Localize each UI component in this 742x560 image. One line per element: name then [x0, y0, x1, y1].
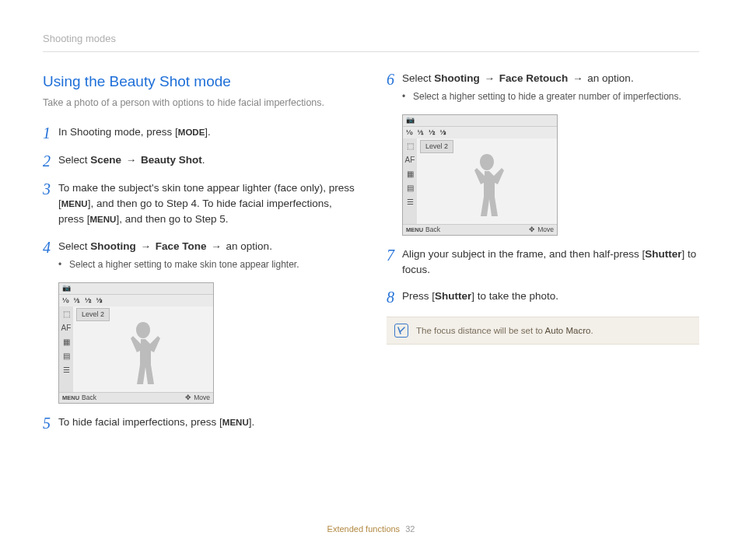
lcd-viewfinder: Level 2: [417, 138, 557, 224]
lcd-option-row: ¹⁄₀ ¹⁄₁ ¹⁄₂ ¹⁄₃: [59, 294, 213, 306]
note-bold: Auto Macro: [545, 326, 591, 335]
step-text: To hide facial imperfections, press [: [58, 416, 222, 428]
key-label: MENU: [90, 215, 117, 224]
step-text: Press [: [402, 290, 435, 302]
page-footer: Extended functions 32: [0, 523, 742, 536]
level-option-icon: ¹⁄₁: [418, 128, 425, 138]
move-label: Move: [194, 393, 210, 403]
arrow-icon: →: [569, 72, 586, 84]
step-text: ], and then go to Step 5.: [116, 213, 228, 225]
step-number: 7: [387, 247, 402, 278]
section-title: Using the Beauty Shot mode: [43, 71, 355, 93]
step-text: ] to take the photo.: [471, 290, 558, 302]
level-indicator: Level 2: [420, 140, 453, 154]
step-number: 4: [43, 239, 58, 271]
step-number: 2: [43, 152, 58, 170]
bullet-text: Select a higher setting to make skin ton…: [69, 257, 299, 271]
level-option-icon: ¹⁄₁: [74, 296, 81, 306]
bullet-icon: •: [402, 89, 413, 103]
note-icon: [394, 324, 408, 338]
footer-section: Extended functions: [327, 524, 401, 534]
move-label: Move: [537, 225, 554, 235]
move-icon: ✥: [185, 393, 191, 403]
step-6: 6 Select Shooting → Face Retouch → an op…: [387, 71, 699, 103]
step-4: 4 Select Shooting → Face Tone → an optio…: [43, 239, 355, 271]
lcd-viewfinder: Level 2: [73, 306, 213, 392]
menu-path: Shooting: [90, 240, 135, 252]
af-icon: AF: [61, 323, 72, 334]
section-desc: Take a photo of a person with options to…: [43, 96, 355, 110]
arrow-icon: →: [208, 240, 225, 252]
arrow-icon: →: [481, 72, 498, 84]
step-text: Select: [58, 240, 90, 252]
back-label: Back: [82, 393, 96, 403]
level-option-icon: ¹⁄₀: [62, 296, 69, 306]
setting-icon: ☰: [404, 197, 415, 208]
bullet-text: Select a higher setting to hide a greate…: [413, 89, 681, 103]
person-silhouette-icon: [464, 152, 510, 224]
note-text: The focus distance will be set to: [416, 326, 545, 335]
step-7: 7 Align your subject in the frame, and t…: [387, 247, 699, 278]
key-label: MENU: [222, 418, 249, 427]
face-detect-icon: ⬚: [404, 141, 415, 152]
step-text: ].: [249, 416, 255, 428]
lcd-titlebar: 📷: [59, 283, 213, 294]
key-label: Shutter: [645, 248, 681, 260]
step-text: an option.: [226, 240, 272, 252]
menu-path: Face Tone: [156, 240, 207, 252]
right-column: 6 Select Shooting → Face Retouch → an op…: [387, 71, 699, 443]
lcd-sidebar: ⬚ AF ▦ ▤ ☰: [403, 138, 417, 224]
step-number: 6: [387, 71, 402, 103]
level-option-icon: ¹⁄₂: [85, 296, 92, 306]
face-detect-icon: ⬚: [61, 309, 72, 320]
level-option-icon: ¹⁄₂: [429, 128, 436, 138]
back-label: Back: [425, 225, 440, 235]
grid-icon: ▤: [404, 183, 415, 194]
meter-icon: ▦: [61, 337, 72, 348]
step-text: an option.: [587, 72, 633, 84]
menu-path: Face Retouch: [499, 72, 569, 84]
step-number: 8: [387, 289, 402, 306]
step-number: 3: [43, 180, 58, 228]
level-indicator: Level 2: [76, 308, 110, 322]
meter-icon: ▦: [404, 169, 415, 180]
menu-path: Scene: [90, 154, 121, 166]
camera-mode-icon: 📷: [406, 115, 415, 126]
key-label: MENU: [61, 199, 88, 208]
camera-mode-icon: 📷: [62, 283, 71, 294]
step-3: 3 To make the subject's skin tone appear…: [43, 180, 355, 228]
step-number: 5: [43, 415, 58, 432]
lcd-bottom-bar: MENU Back ✥ Move: [59, 392, 213, 403]
step-5: 5 To hide facial imperfections, press [M…: [43, 415, 355, 432]
breadcrumb: Shooting modes: [43, 31, 699, 52]
move-icon: ✥: [529, 225, 535, 235]
arrow-icon: →: [138, 240, 154, 252]
menu-key-label: MENU: [406, 226, 423, 234]
lcd-preview-face-retouch: 📷 ¹⁄₀ ¹⁄₁ ¹⁄₂ ¹⁄₃ ⬚ AF ▦ ▤ ☰: [402, 114, 558, 236]
menu-path: Shooting: [434, 72, 479, 84]
info-note: The focus distance will be set to Auto M…: [387, 317, 699, 345]
key-label: MODE: [178, 128, 205, 137]
lcd-preview-face-tone: 📷 ¹⁄₀ ¹⁄₁ ¹⁄₂ ¹⁄₃ ⬚ AF ▦ ▤ ☰: [58, 282, 214, 404]
step-8: 8 Press [Shutter] to take the photo.: [387, 289, 699, 306]
page-number: 32: [405, 524, 415, 534]
arrow-icon: →: [123, 154, 139, 166]
grid-icon: ▤: [61, 351, 72, 362]
setting-icon: ☰: [61, 365, 72, 376]
level-option-icon: ¹⁄₃: [96, 296, 103, 306]
lcd-option-row: ¹⁄₀ ¹⁄₁ ¹⁄₂ ¹⁄₃: [403, 126, 557, 138]
lcd-titlebar: 📷: [403, 115, 557, 126]
step-text: Select: [402, 72, 434, 84]
left-column: Using the Beauty Shot mode Take a photo …: [43, 71, 355, 443]
step-text: ].: [205, 126, 211, 138]
level-option-icon: ¹⁄₃: [440, 128, 447, 138]
step-text: Select: [58, 154, 90, 166]
menu-key-label: MENU: [62, 394, 79, 402]
step-text: Align your subject in the frame, and the…: [402, 248, 645, 260]
lcd-sidebar: ⬚ AF ▦ ▤ ☰: [59, 306, 73, 392]
lcd-bottom-bar: MENU Back ✥ Move: [403, 224, 557, 235]
step-text: .: [202, 154, 205, 166]
menu-path: Beauty Shot: [141, 154, 202, 166]
note-text: .: [590, 326, 593, 335]
bullet-icon: •: [58, 257, 69, 271]
